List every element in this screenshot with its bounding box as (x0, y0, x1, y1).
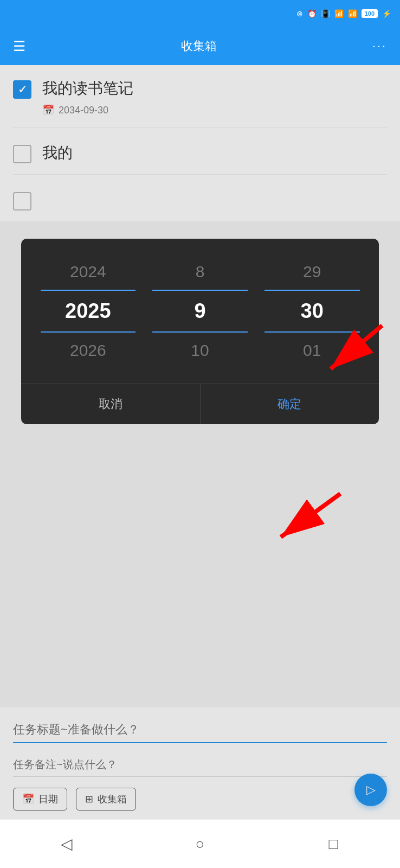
battery-indicator: 100 (362, 9, 378, 18)
dim-overlay (0, 65, 400, 819)
charging-icon: ⚡ (382, 9, 391, 18)
home-icon: ○ (196, 835, 205, 853)
status-icons: ⊗ ⏰ 📳 📶 📶 100 ⚡ (296, 9, 391, 18)
month-bottom-line (152, 331, 248, 333)
vibrate-icon: 📳 (321, 9, 330, 18)
nfc-icon: ⊗ (296, 9, 303, 18)
alarm-icon: ⏰ (307, 9, 317, 18)
hamburger-menu-button[interactable]: ☰ (13, 38, 25, 55)
month-top-line (152, 290, 248, 291)
year-above: 2024 (32, 255, 144, 289)
nav-home-button[interactable]: ○ (186, 831, 214, 858)
recents-icon: □ (329, 835, 338, 853)
back-icon: ◁ (61, 835, 73, 853)
day-above: 29 (256, 255, 368, 289)
svg-line-1 (331, 326, 382, 369)
month-above: 8 (144, 255, 256, 289)
red-arrow-2 (237, 488, 346, 559)
app-bar-title: 收集箱 (181, 38, 217, 54)
wifi-icon: 📶 (334, 9, 344, 18)
signal-icon: 📶 (348, 9, 357, 18)
date-picker-cancel-button[interactable]: 取消 (21, 384, 201, 424)
year-column[interactable]: 2024 2025 2026 (32, 255, 144, 367)
navigation-bar: ◁ ○ □ (0, 819, 400, 868)
month-below: 10 (144, 334, 256, 367)
app-bar: ☰ 收集箱 ··· (0, 27, 400, 65)
red-arrow-1 (298, 320, 385, 391)
year-top-line (41, 290, 136, 291)
more-options-button[interactable]: ··· (372, 39, 387, 53)
nav-back-button[interactable]: ◁ (53, 831, 80, 858)
nav-recents-button[interactable]: □ (320, 831, 347, 858)
year-bottom-line (41, 331, 136, 333)
day-top-line (264, 290, 360, 291)
year-below: 2026 (32, 334, 144, 367)
month-selected: 9 (144, 292, 256, 330)
month-column[interactable]: 8 9 10 (144, 255, 256, 367)
status-bar: ⊗ ⏰ 📳 📶 📶 100 ⚡ (0, 0, 400, 27)
svg-line-3 (281, 494, 340, 537)
year-selected: 2025 (32, 292, 144, 330)
